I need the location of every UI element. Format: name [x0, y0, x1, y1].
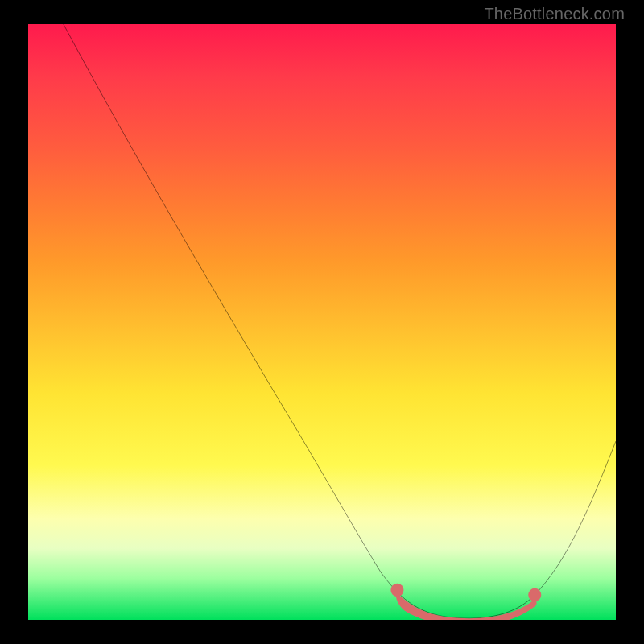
marker-band	[395, 591, 536, 620]
bottleneck-curve-path	[64, 24, 616, 618]
highlighted-flat-region	[390, 584, 541, 620]
attribution-text: TheBottleneck.com	[484, 5, 625, 23]
marker-dot-left	[390, 584, 403, 597]
chart-frame: TheBottleneck.com	[0, 0, 644, 644]
plot-area	[28, 24, 616, 620]
bottleneck-curve-svg	[28, 24, 616, 620]
marker-dot-right	[528, 588, 541, 601]
